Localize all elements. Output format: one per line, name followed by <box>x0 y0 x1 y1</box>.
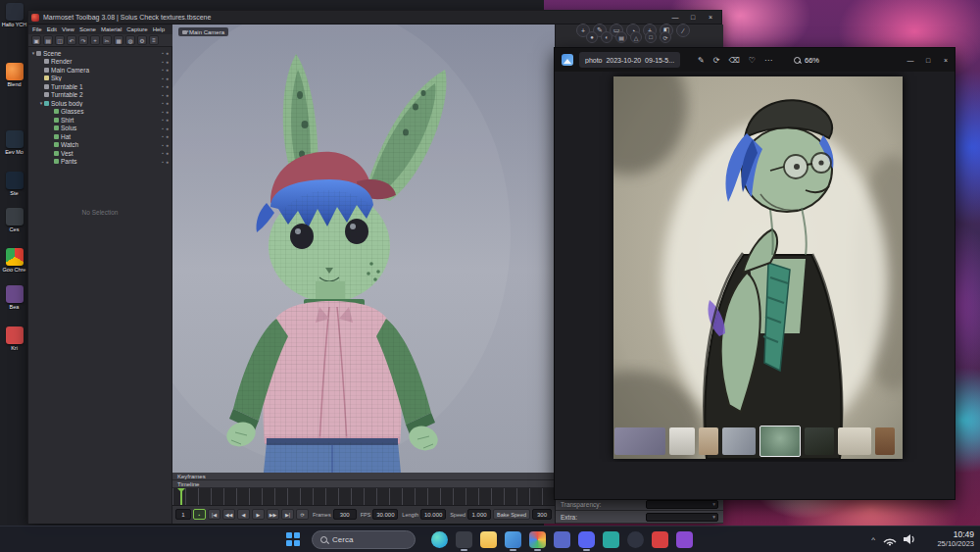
render-icon[interactable]: ◍ <box>125 35 135 45</box>
cut-icon[interactable]: ✂ <box>102 35 112 45</box>
taskbar-app-8[interactable] <box>603 531 619 548</box>
viewport-3d[interactable]: Main Camera <box>172 25 555 473</box>
undo-icon[interactable]: ↶ <box>67 35 76 45</box>
slash-tool-icon[interactable]: ∕ <box>676 24 690 37</box>
lock-icon[interactable]: ▪ <box>162 100 164 106</box>
lock-icon[interactable]: ▪ <box>162 59 164 65</box>
open-icon[interactable]: ▤ <box>43 35 53 45</box>
start-button[interactable] <box>286 532 301 547</box>
taskbar-app-explorer[interactable] <box>480 531 497 548</box>
lock-icon[interactable]: ▪ <box>162 75 164 81</box>
filmstrip-thumbnail[interactable] <box>722 427 756 455</box>
desktop-icon[interactable]: Hallo YCH <box>1 3 27 27</box>
taskbar-app-9[interactable] <box>627 531 644 548</box>
outliner-row-solus-body[interactable]: ▾Solus body▪● <box>28 99 172 108</box>
length-field[interactable]: 10.000 <box>420 509 446 520</box>
network-volume-icons[interactable] <box>882 532 915 546</box>
visibility-icon[interactable]: ● <box>166 83 169 89</box>
add-icon[interactable]: + <box>90 35 100 45</box>
redo-icon[interactable]: ↷ <box>78 35 88 45</box>
favorite-icon[interactable]: ♡ <box>749 56 756 65</box>
layers-tool-icon[interactable]: ▤ <box>615 31 627 43</box>
menu-view[interactable]: View <box>62 26 74 32</box>
dot-tool-icon[interactable]: ● <box>586 31 598 43</box>
more-icon[interactable]: ⋯ <box>764 56 772 65</box>
outliner-row-solus[interactable]: Solus▪● <box>28 125 172 133</box>
bake-speed-field[interactable]: 300 <box>532 509 552 520</box>
outliner-row-pants[interactable]: Pants▪● <box>28 158 172 167</box>
maximize-button[interactable]: □ <box>684 11 702 24</box>
new-scene-icon[interactable]: ▣ <box>31 35 41 45</box>
timeline-bar[interactable]: Timeline <box>172 480 555 488</box>
outliner-row-vest[interactable]: Vest▪● <box>28 149 172 158</box>
outliner-row-turntable-1[interactable]: Turntable 1▪● <box>28 82 172 91</box>
lock-icon[interactable]: ▪ <box>162 83 164 89</box>
photos-titlebar[interactable]: photo_2023-10-20_09-15-5... ✎ ⟳ ⌫ ♡ ⋯ 66… <box>555 48 955 72</box>
edit-icon[interactable]: ✎ <box>698 56 705 65</box>
desktop-icon[interactable]: Goo Chre <box>1 248 27 273</box>
filmstrip-thumbnail[interactable] <box>875 427 895 455</box>
current-frame-field[interactable]: 1 <box>175 509 191 520</box>
outliner-row-turntable-2[interactable]: Turntable 2▪● <box>28 91 172 100</box>
visibility-icon[interactable]: ● <box>166 125 169 131</box>
fast-forward-button[interactable]: ▶▶ <box>267 509 279 520</box>
filmstrip-thumbnail[interactable] <box>805 427 834 455</box>
taskbar-app-2[interactable] <box>456 531 472 548</box>
desktop-icon[interactable]: Blend <box>1 63 27 87</box>
zoom-icon[interactable] <box>794 57 801 64</box>
filmstrip-thumbnail[interactable] <box>669 427 695 455</box>
loop-button[interactable]: ⟳ <box>296 509 309 520</box>
play-button[interactable]: ▶ <box>252 509 265 520</box>
grid-icon[interactable]: ▦ <box>114 35 123 45</box>
list-icon[interactable]: ≡ <box>149 35 159 45</box>
lock-icon[interactable]: ▪ <box>162 109 164 115</box>
taskbar-app-6[interactable] <box>554 531 570 548</box>
extra-dropdown[interactable]: ▾ <box>646 513 718 522</box>
fps-field[interactable]: 30.000 <box>372 509 398 520</box>
menu-help[interactable]: Help <box>153 26 165 32</box>
zoom-level[interactable]: 66% <box>805 56 819 65</box>
visibility-icon[interactable]: ● <box>166 100 169 106</box>
menu-capture[interactable]: Capture <box>126 26 147 32</box>
taskbar-search[interactable]: Cerca <box>312 530 416 549</box>
taskbar-app-paint[interactable] <box>529 531 546 548</box>
lock-icon[interactable]: ▪ <box>162 50 164 56</box>
outliner-row-glasses[interactable]: Glasses▪● <box>28 108 172 117</box>
visibility-icon[interactable]: ● <box>166 117 169 123</box>
tray-chevron-icon[interactable]: ^ <box>871 535 875 544</box>
lock-icon[interactable]: ▪ <box>162 125 164 131</box>
taskbar-app-discord[interactable] <box>578 531 595 548</box>
menu-file[interactable]: File <box>32 26 42 32</box>
menu-edit[interactable]: Edit <box>47 26 57 32</box>
lock-icon[interactable]: ▪ <box>162 67 164 73</box>
taskbar-clock[interactable]: 10:49 25/10/2023 <box>937 529 974 548</box>
outliner-row-main-camera[interactable]: Main Camera▪● <box>28 66 172 75</box>
lock-icon[interactable]: ▪ <box>162 92 164 98</box>
outliner-row-watch[interactable]: Watch▪● <box>28 141 172 150</box>
delete-icon[interactable]: ⌫ <box>728 56 739 65</box>
visibility-icon[interactable]: ● <box>166 75 169 81</box>
visibility-icon[interactable]: ● <box>166 59 169 65</box>
visibility-icon[interactable]: ● <box>166 67 169 73</box>
fast-rewind-button[interactable]: ◀◀ <box>222 509 235 520</box>
outliner-row-scene[interactable]: ▾Scene▪● <box>28 49 172 58</box>
taskbar-app-11[interactable] <box>676 531 693 548</box>
save-icon[interactable]: ◫ <box>55 35 65 45</box>
lock-icon[interactable]: ▪ <box>162 142 164 148</box>
desktop-icon[interactable]: Eev Mo <box>1 130 27 155</box>
speed-field[interactable]: 1.000 <box>467 509 491 520</box>
marmoset-titlebar[interactable]: Marmoset Toolbag 3.08 | Solus Check text… <box>28 11 721 25</box>
record-keyframe-button[interactable]: ▪ <box>193 509 206 520</box>
keyframes-bar[interactable]: Keyframes <box>172 473 555 480</box>
go-to-end-button[interactable]: ▶| <box>281 509 294 520</box>
lock-icon[interactable]: ▪ <box>162 133 164 139</box>
triangle-tool-icon[interactable]: △ <box>630 31 642 43</box>
visibility-icon[interactable]: ● <box>166 142 169 148</box>
close-button[interactable]: × <box>702 11 719 24</box>
material-row-extra[interactable]: Extra: ▾ <box>556 510 723 523</box>
photo-filename-tab[interactable]: photo_2023-10-20_09-15-5... <box>579 52 680 68</box>
lock-icon[interactable]: ▪ <box>162 159 164 165</box>
bake-speed-button[interactable]: Bake Speed <box>493 509 530 520</box>
taskbar-app-edge[interactable] <box>431 531 448 548</box>
filmstrip-thumbnail[interactable] <box>838 427 871 455</box>
